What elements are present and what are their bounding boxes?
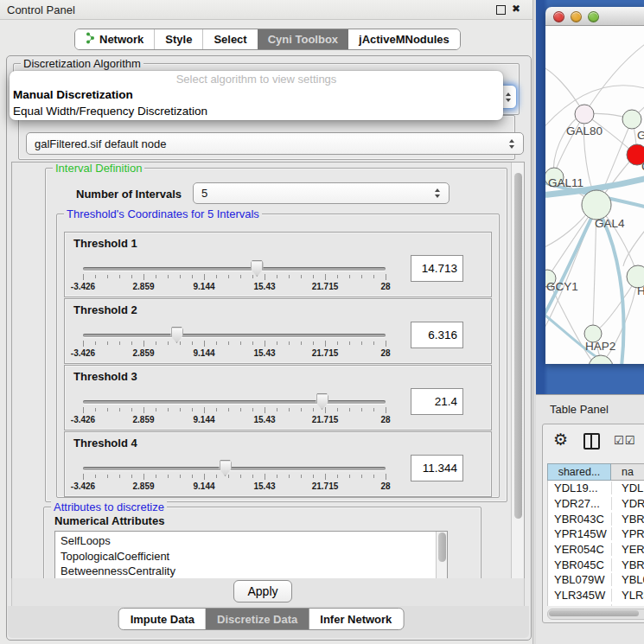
tick-mark <box>83 341 84 347</box>
tab-jactivemnodules[interactable]: jActiveMNodules <box>348 29 460 49</box>
cell-shared-name[interactable]: YBR045C <box>548 558 612 571</box>
tick-mark <box>180 475 181 478</box>
table-horizontal-scrollbar[interactable] <box>547 609 644 620</box>
threshold-value-field[interactable]: 14.713 <box>411 255 463 282</box>
dropdown-option-manual-discretization[interactable]: Manual Discretization <box>10 87 503 104</box>
network-canvas[interactable]: GAL80GAGAL11CGAL4GCY1HHAP2 <box>545 26 644 364</box>
network-icon <box>86 32 95 47</box>
cell-shared-name[interactable]: YBL079W <box>548 573 612 586</box>
attribute-items: SelfLoopsTopologicalCoefficientBetweenne… <box>55 532 447 579</box>
tab-network[interactable]: Network <box>75 29 154 49</box>
tab-impute-data[interactable]: Impute Data <box>119 609 206 629</box>
table-row[interactable]: YBR045CYBR0 <box>548 557 644 572</box>
column-header-shared-name[interactable]: shared... <box>547 463 611 481</box>
tick-mark <box>192 408 193 411</box>
tick-mark <box>252 408 253 411</box>
table-row[interactable]: YIL052CYIL0 <box>548 603 644 607</box>
tick-mark <box>386 341 386 347</box>
cell-shared-name[interactable]: YER054C <box>548 543 612 556</box>
attribute-list-item[interactable]: TopologicalCoefficient <box>55 549 447 564</box>
table-row[interactable]: YBR043CYBR0 <box>548 511 644 526</box>
float-window-icon[interactable] <box>496 5 506 15</box>
table-row[interactable]: YER054CYER0 <box>548 542 644 558</box>
number-of-intervals-combobox[interactable]: 5 <box>193 182 450 204</box>
tick-mark <box>252 475 253 478</box>
tick-mark <box>83 474 84 480</box>
threshold-slider-track[interactable] <box>83 467 386 470</box>
network-node[interactable] <box>622 110 641 129</box>
threshold-value-field[interactable]: 11.344 <box>411 455 463 481</box>
network-node[interactable] <box>582 190 611 220</box>
zoom-traffic-light[interactable] <box>588 11 599 22</box>
table-row[interactable]: YBL079WYBL0 <box>548 572 644 588</box>
threshold-slider-track[interactable] <box>83 400 386 404</box>
numerical-attributes-list[interactable]: SelfLoopsTopologicalCoefficientBetweenne… <box>54 531 448 579</box>
slider-tick-labels: -3.4262.8599.14415.4321.71528 <box>83 481 386 492</box>
cell-name[interactable]: YDL1 <box>612 481 644 494</box>
network-node[interactable] <box>575 105 594 124</box>
close-icon[interactable]: ✖ <box>512 3 520 15</box>
settings-gear-icon[interactable]: ⚙ <box>553 430 568 449</box>
cell-shared-name[interactable]: YPR145W <box>548 527 612 540</box>
table-row[interactable]: YPR145WYPR1 <box>548 526 644 542</box>
tick-mark <box>386 474 386 480</box>
cell-name[interactable]: YDR2 <box>612 497 644 510</box>
dropdown-option-equal-width-frequency[interactable]: Equal Width/Frequency Discretization <box>10 104 503 120</box>
cell-name[interactable]: YIL0 <box>612 604 644 606</box>
column-checkboxes-icon[interactable]: ☑☑ <box>614 434 635 447</box>
close-traffic-light[interactable] <box>553 11 564 22</box>
attribute-list-item[interactable]: SelfLoops <box>55 533 447 549</box>
apply-button[interactable]: Apply <box>233 580 292 603</box>
tab-style[interactable]: Style <box>154 29 202 49</box>
cell-shared-name[interactable]: YLR345W <box>548 589 612 602</box>
slider-tick-labels: -3.4262.8599.14415.4321.71528 <box>83 415 386 425</box>
cell-name[interactable]: YPR1 <box>612 527 644 540</box>
tab-select[interactable]: Select <box>202 29 257 49</box>
network-node[interactable] <box>589 355 613 364</box>
threshold-value-field[interactable]: 21.4 <box>411 388 463 415</box>
split-view-icon[interactable] <box>583 433 600 450</box>
tick-mark <box>168 475 169 478</box>
cell-name[interactable]: YLR3 <box>612 589 644 602</box>
attributes-list-scrollbar[interactable] <box>436 532 447 579</box>
algorithm-placeholder: Select algorithm to view settings <box>10 71 503 87</box>
threshold-slider-track[interactable] <box>83 334 386 337</box>
threshold-label: Threshold 3 <box>73 370 137 383</box>
threshold-slider-track[interactable] <box>83 267 386 271</box>
tick-mark <box>301 408 302 411</box>
tick-label: 2.859 <box>132 348 154 358</box>
cell-name[interactable]: YBR0 <box>612 558 644 571</box>
tick-mark <box>180 341 181 345</box>
cell-name[interactable]: YER0 <box>612 543 644 556</box>
cell-shared-name[interactable]: YBR043C <box>548 513 612 526</box>
table-row[interactable]: YDL19...YDL1 <box>548 481 644 496</box>
table-row[interactable]: YDR27...YDR2 <box>548 496 644 512</box>
tick-mark <box>386 407 386 413</box>
minimize-traffic-light[interactable] <box>571 11 582 22</box>
cell-shared-name[interactable]: YIL052C <box>548 604 612 606</box>
tick-mark <box>204 341 205 347</box>
cell-name[interactable]: YBR0 <box>612 513 644 526</box>
tick-mark <box>265 474 265 480</box>
cell-shared-name[interactable]: YDR27... <box>548 497 612 510</box>
table-body: YDL19...YDL1YDR27...YDR2YBR043CYBR0YPR14… <box>547 481 644 606</box>
slider-ticks <box>83 341 386 348</box>
tick-mark <box>204 274 205 280</box>
tick-mark <box>313 408 314 411</box>
cell-name[interactable]: YBL0 <box>612 573 644 586</box>
tab-label: Style <box>165 33 192 46</box>
tick-mark <box>180 275 181 278</box>
tab-infer-network[interactable]: Infer Network <box>309 609 403 629</box>
table-row[interactable]: YLR345WYLR3 <box>548 588 644 603</box>
tab-discretize-data[interactable]: Discretize Data <box>206 609 309 629</box>
tab-cyni-toolbox[interactable]: Cyni Toolbox <box>258 29 348 49</box>
tick-mark <box>361 341 362 345</box>
attribute-list-item[interactable]: BetweennessCentrality <box>55 564 447 579</box>
threshold-value-field[interactable]: 6.316 <box>411 322 463 348</box>
table-data-combobox[interactable]: galFiltered.sif default node <box>26 132 524 155</box>
settings-panel-scrollbar[interactable] <box>511 163 524 578</box>
network-node-label: H <box>637 284 644 297</box>
column-header-name[interactable]: na <box>611 463 644 481</box>
cell-shared-name[interactable]: YDL19... <box>548 481 612 494</box>
network-graph: GAL80GAGAL11CGAL4GCY1HHAP2 <box>545 26 644 364</box>
